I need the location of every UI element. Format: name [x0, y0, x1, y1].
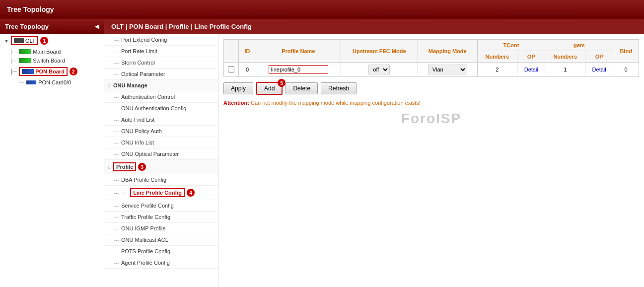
nav-pots-profile[interactable]: POTS Profile Config — [104, 246, 218, 257]
row-gem-numbers: 1 — [545, 63, 585, 77]
nav-section-onu-manage[interactable]: □ ONU Manage — [104, 80, 218, 91]
action-buttons: Apply Add 5 Delete Refresh — [223, 82, 639, 95]
nav-agent-profile[interactable]: Agent Profile Config — [104, 257, 218, 269]
content-body: Port Extend Config Port Rate Limit Storm… — [104, 34, 644, 287]
table-row: 0 off on — [224, 63, 639, 77]
nav-storm-control[interactable]: Storm Control — [104, 57, 218, 69]
mainboard-icon — [19, 49, 31, 54]
nav-onu-auth-label: ONU Authentication Config — [121, 105, 186, 111]
nav-onu-info-label: ONU Info List — [121, 140, 154, 145]
sidebar-item-switchboard[interactable]: ├─ Switch Board — [0, 56, 104, 65]
th-tcont: TCont — [477, 40, 545, 51]
nav-auth-label: Authentication Control — [121, 94, 175, 100]
main-container: Tree Topology ◀ ▼ OLT 1 ├─ Main Board ├─… — [0, 19, 644, 287]
profile-checkbox: □ — [108, 164, 111, 170]
nav-pots-label: POTS Profile Config — [121, 248, 170, 254]
nav-port-extend-label: Port Extend Config — [121, 37, 167, 43]
nav-onu-multicast[interactable]: ONU Multicast ACL — [104, 234, 218, 246]
olt-expand-icon: ▼ — [4, 38, 9, 44]
gem-detail-link[interactable]: Detail — [592, 67, 606, 72]
badge-3: 3 — [138, 163, 146, 171]
top-bar: Tree Topology — [0, 0, 644, 19]
refresh-button[interactable]: Refresh — [321, 82, 357, 94]
row-mapping-mode: Vlan GEM Port Priority — [418, 63, 477, 77]
nav-panel: Port Extend Config Port Rate Limit Storm… — [104, 34, 218, 287]
nav-onu-policy-auth[interactable]: ONU Policy Auth — [104, 126, 218, 137]
nav-onu-info-list[interactable]: ONU Info List — [104, 137, 218, 148]
breadcrumb-text: OLT | PON Board | Profile | Line Profile… — [111, 23, 252, 30]
profile-name-input[interactable] — [269, 65, 328, 74]
nav-optical-label: Optical Parameter — [121, 71, 165, 77]
switchboard-icon — [19, 58, 31, 63]
top-bar-title: Tree Topology — [7, 5, 54, 13]
mapping-mode-select[interactable]: Vlan GEM Port Priority — [428, 65, 467, 74]
nav-optical-param[interactable]: Optical Parameter — [104, 69, 218, 80]
upstream-fec-select[interactable]: off on — [368, 65, 390, 74]
th-id: ID — [239, 40, 256, 63]
nav-traffic-profile[interactable]: Traffic Profile Config — [104, 212, 218, 223]
nav-auto-find-list[interactable]: Auto Find List — [104, 114, 218, 126]
nav-onu-igmp[interactable]: ONU IGMP Profile — [104, 223, 218, 234]
row-checkbox-cell — [224, 63, 239, 77]
olt-label: OLT — [25, 38, 36, 44]
th-gem: gem — [545, 40, 613, 51]
nav-onu-manage-label: ONU Manage — [113, 82, 147, 88]
delete-button[interactable]: Delete — [286, 82, 318, 94]
nav-section-profile[interactable]: □ Profile 3 — [104, 160, 218, 174]
ponboard-node-box[interactable]: PON Board — [19, 67, 68, 76]
attention-label: Attention: — [223, 100, 249, 106]
sidebar-header: Tree Topology ◀ — [0, 19, 104, 34]
sidebar-title: Tree Topology — [5, 23, 49, 30]
add-label: Add — [264, 85, 275, 92]
attention-message: Attention: Can not modify the mapping mo… — [223, 100, 639, 106]
nav-service-label: Service Profile Config — [121, 203, 174, 209]
nav-dba-profile[interactable]: DBA Profile Config — [104, 174, 218, 186]
ponboard-icon — [22, 69, 34, 74]
row-checkbox[interactable] — [228, 66, 234, 72]
nav-port-extend-config[interactable]: Port Extend Config — [104, 34, 218, 46]
nav-onu-optical-param[interactable]: ONU Optical Parameter — [104, 148, 218, 160]
olt-icon — [14, 38, 24, 43]
nav-line-profile-config[interactable]: ├─ Line Profile Config 4 — [104, 186, 218, 200]
tcont-detail-link[interactable]: Detail — [524, 67, 538, 72]
main-area: ID Profile Name Upstream FEC Mode Mappin… — [218, 34, 644, 287]
apply-button[interactable]: Apply — [223, 82, 253, 94]
nav-traffic-label: Traffic Profile Config — [121, 214, 170, 220]
sidebar-item-mainboard[interactable]: ├─ Main Board — [0, 47, 104, 56]
th-gem-numbers: Numbers — [545, 51, 585, 63]
poncard-dash: └─ — [17, 80, 24, 85]
badge-5: 5 — [278, 79, 286, 87]
row-profile-name — [256, 63, 341, 77]
content-area: OLT | PON Board | Profile | Line Profile… — [104, 19, 644, 287]
th-tcont-op: OP — [517, 51, 545, 63]
th-mapping-mode: Mapping Mode — [418, 40, 477, 63]
profile-section-box: Profile — [113, 162, 136, 171]
onu-manage-checkbox: □ — [108, 83, 111, 88]
nav-storm-label: Storm Control — [121, 60, 155, 66]
sidebar-collapse-icon[interactable]: ◀ — [95, 23, 99, 30]
row-tcont-numbers: 2 — [477, 63, 517, 77]
row-tcont-op: Detail — [517, 63, 545, 77]
sidebar-item-poncard[interactable]: └─ PON Card0/0 — [0, 78, 104, 87]
olt-node-box[interactable]: OLT — [11, 36, 39, 45]
switchboard-dash: ├─ — [10, 58, 17, 64]
nav-port-rate-limit[interactable]: Port Rate Limit — [104, 46, 218, 57]
add-button[interactable]: Add 5 — [256, 82, 283, 95]
nav-auth-control[interactable]: Authentication Control — [104, 91, 218, 103]
poncard-icon — [26, 80, 36, 84]
ponboard-node-row[interactable]: ├─ PON Board 2 — [0, 65, 104, 78]
nav-service-profile[interactable]: Service Profile Config — [104, 200, 218, 212]
line-profile-dash: ├─ — [121, 190, 128, 196]
th-profile-name: Profile Name — [256, 40, 341, 63]
row-upstream-fec: off on — [341, 63, 418, 77]
nav-onu-auth-config[interactable]: ONU Authentication Config — [104, 103, 218, 114]
row-gem-op: Detail — [585, 63, 613, 77]
row-bind-number: 0 — [613, 63, 639, 77]
breadcrumb: OLT | PON Board | Profile | Line Profile… — [104, 19, 644, 34]
badge-1: 1 — [40, 37, 48, 45]
line-profile-table: ID Profile Name Upstream FEC Mode Mappin… — [223, 39, 639, 77]
olt-node-row[interactable]: ▼ OLT 1 — [0, 34, 104, 47]
th-checkbox — [224, 40, 239, 63]
th-bind: Bind — [613, 40, 639, 63]
nav-onu-optical-label: ONU Optical Parameter — [121, 151, 179, 157]
